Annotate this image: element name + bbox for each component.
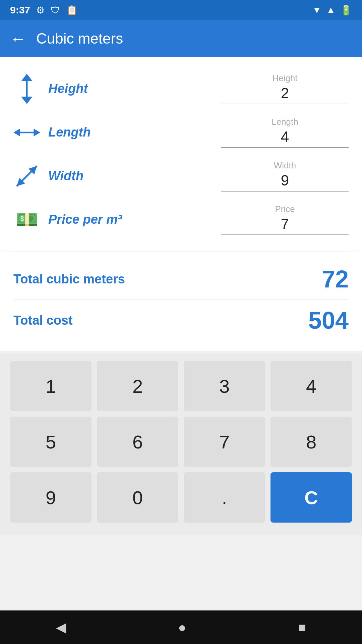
svg-marker-5 bbox=[34, 128, 40, 136]
price-input[interactable] bbox=[221, 216, 349, 235]
page-title: Cubic meters bbox=[36, 30, 123, 47]
status-time: 9:37 bbox=[10, 4, 30, 16]
total-cost-label: Total cost bbox=[13, 313, 73, 328]
main-content: Height Height Length Length bbox=[0, 57, 362, 252]
wifi-icon: ▼ bbox=[312, 5, 322, 15]
diagonal-arrow-icon bbox=[13, 163, 40, 190]
back-button[interactable]: ← bbox=[10, 30, 26, 48]
key-9[interactable]: 9 bbox=[10, 472, 92, 523]
settings-icon: ⚙ bbox=[36, 5, 45, 16]
length-input[interactable] bbox=[221, 128, 349, 148]
leftright-arrow-icon bbox=[13, 126, 40, 139]
keypad-row-2: 5 6 7 8 bbox=[10, 417, 352, 467]
length-icon-container bbox=[13, 126, 40, 139]
key-dot[interactable]: . bbox=[184, 472, 265, 523]
nav-home-button[interactable]: ● bbox=[178, 620, 186, 635]
price-icon-container: 💵 bbox=[13, 209, 40, 230]
price-label: Price per m³ bbox=[48, 212, 122, 227]
money-icon: 💵 bbox=[16, 209, 38, 230]
shield-icon: 🛡 bbox=[51, 5, 60, 16]
length-field-group: Length bbox=[221, 117, 349, 148]
key-4[interactable]: 4 bbox=[270, 361, 352, 411]
height-label: Height bbox=[48, 82, 88, 96]
total-cubic-value: 72 bbox=[322, 265, 349, 293]
key-3[interactable]: 3 bbox=[184, 361, 265, 411]
keypad-row-1: 1 2 3 4 bbox=[10, 361, 352, 411]
price-field-label: Price bbox=[275, 204, 295, 214]
key-0[interactable]: 0 bbox=[97, 472, 178, 523]
width-icon-container bbox=[13, 163, 40, 190]
key-6[interactable]: 6 bbox=[97, 417, 178, 467]
height-input[interactable] bbox=[221, 85, 349, 104]
bottom-nav: ◀ ● ■ bbox=[0, 610, 362, 644]
length-field-label: Length bbox=[272, 117, 298, 127]
total-cubic-label: Total cubic meters bbox=[13, 272, 125, 286]
key-7[interactable]: 7 bbox=[184, 417, 265, 467]
price-field-group: Price bbox=[221, 204, 349, 235]
top-bar: ← Cubic meters bbox=[0, 20, 362, 57]
width-row: Width Width bbox=[13, 154, 349, 198]
key-1[interactable]: 1 bbox=[10, 361, 92, 411]
total-cubic-row: Total cubic meters 72 bbox=[13, 259, 349, 300]
status-bar: 9:37 ⚙ 🛡 📋 ▼ ▲ 🔋 bbox=[0, 0, 362, 20]
total-cost-value: 504 bbox=[308, 307, 349, 334]
clipboard-icon: 📋 bbox=[66, 5, 78, 16]
width-field-label: Width bbox=[274, 160, 296, 171]
status-bar-right: ▼ ▲ 🔋 bbox=[312, 5, 352, 16]
nav-back-button[interactable]: ◀ bbox=[56, 620, 66, 635]
height-icon-container bbox=[13, 74, 40, 104]
svg-marker-1 bbox=[21, 74, 33, 81]
key-8[interactable]: 8 bbox=[270, 417, 352, 467]
length-row: Length Length bbox=[13, 111, 349, 154]
height-field-label: Height bbox=[272, 73, 297, 84]
key-5[interactable]: 5 bbox=[10, 417, 92, 467]
price-label-group: 💵 Price per m³ bbox=[13, 209, 154, 230]
battery-icon: 🔋 bbox=[340, 5, 352, 16]
width-field-group: Width bbox=[221, 160, 349, 192]
height-field-group: Height bbox=[221, 73, 349, 104]
height-row: Height Height bbox=[13, 67, 349, 111]
svg-marker-2 bbox=[21, 97, 33, 104]
key-clear[interactable]: C bbox=[270, 472, 352, 523]
signal-icon: ▲ bbox=[326, 5, 336, 15]
keypad-row-3: 9 0 . C bbox=[10, 472, 352, 523]
height-label-group: Height bbox=[13, 74, 154, 104]
width-label: Width bbox=[48, 169, 83, 183]
nav-recents-button[interactable]: ■ bbox=[298, 620, 306, 635]
total-cost-row: Total cost 504 bbox=[13, 300, 349, 341]
status-bar-left: 9:37 ⚙ 🛡 📋 bbox=[10, 4, 78, 16]
results-area: Total cubic meters 72 Total cost 504 bbox=[0, 252, 362, 351]
keypad: 1 2 3 4 5 6 7 8 9 0 . C bbox=[0, 354, 362, 535]
price-row: 💵 Price per m³ Price bbox=[13, 198, 349, 241]
width-label-group: Width bbox=[13, 163, 154, 190]
length-label: Length bbox=[48, 125, 91, 140]
svg-marker-4 bbox=[13, 128, 20, 136]
length-label-group: Length bbox=[13, 125, 154, 140]
width-input[interactable] bbox=[221, 172, 349, 192]
key-2[interactable]: 2 bbox=[97, 361, 178, 411]
updown-arrow-icon bbox=[18, 74, 36, 104]
